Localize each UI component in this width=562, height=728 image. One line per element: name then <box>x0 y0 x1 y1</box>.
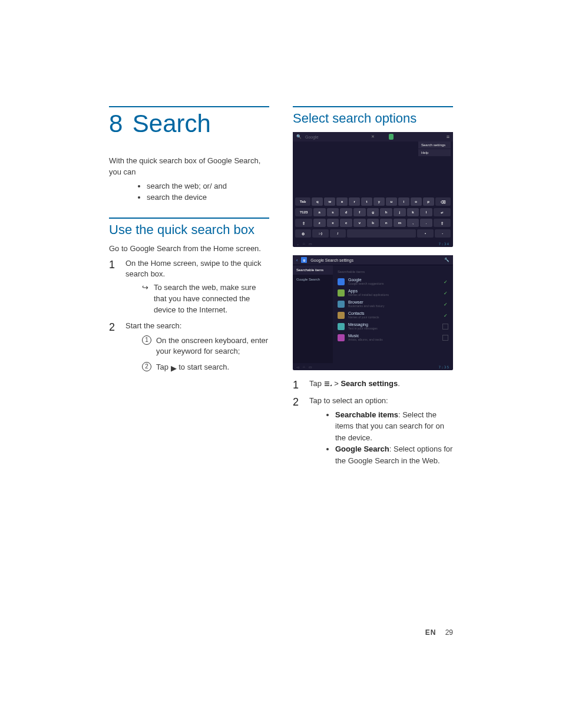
section1-lead: Go to Google Search from the Home screen… <box>109 243 269 255</box>
key-a: a <box>313 208 326 216</box>
key-w: w <box>324 197 335 206</box>
key-v: v <box>353 219 366 227</box>
nav-home-icon: ⌂ <box>303 242 305 245</box>
settings-title: Google Search settings <box>310 258 353 262</box>
checkbox-icon <box>442 324 448 330</box>
app-icon <box>338 301 345 308</box>
key-k: k <box>407 208 419 216</box>
key-⌫: ⌫ <box>435 197 451 206</box>
page-footer: EN 29 <box>425 628 453 637</box>
checkbox-icon <box>444 313 448 318</box>
key-Tab: Tab <box>295 197 310 206</box>
checkbox-icon <box>444 291 448 295</box>
key-.: . <box>420 219 432 227</box>
item-desc: Text in your messages <box>348 327 439 330</box>
search-placeholder: Google <box>305 135 319 139</box>
item-name: Apps <box>348 289 440 293</box>
checkbox-icon <box>442 335 448 341</box>
list-item: BrowserBookmarks and web history <box>333 298 453 309</box>
item-desc: Artists, albums, and tracks <box>348 338 439 341</box>
menu-item-search-settings: Search settings <box>418 141 451 149</box>
key-q: q <box>312 197 323 206</box>
list-item: AppsNames of installed applications <box>333 287 453 298</box>
screenshot-search-keyboard: 🔍 Google ✕ ≡ Search settings Help Tabqwe… <box>293 132 453 247</box>
app-icon <box>338 312 345 319</box>
key-l: l <box>420 208 432 216</box>
key-?123: ?123 <box>295 208 312 216</box>
search-icon: 🔍 <box>296 134 302 139</box>
clear-icon: ✕ <box>371 134 375 139</box>
item-name: Messaging <box>348 322 439 327</box>
substep-1: On the onscreen keyboard, enter your key… <box>125 335 269 358</box>
chapter-title-text: Search <box>133 110 211 138</box>
status-clock: 7:35 <box>439 365 449 369</box>
sidebar-google-search: Google Search <box>293 275 333 284</box>
intro-bullets: search the web; or/ and search the devic… <box>109 180 269 203</box>
intro-lead: With the quick search box of Google Sear… <box>109 156 269 178</box>
list-item: MusicArtists, albums, and tracks <box>333 332 453 343</box>
svg-marker-3 <box>330 384 332 386</box>
key-dot: • <box>417 229 433 238</box>
key-g: g <box>367 208 379 216</box>
list-item: ContactsNames of your contacts <box>333 309 453 321</box>
nav-back-icon: ⌄ <box>296 242 299 246</box>
section-heading-quick-search: Use the quick search box <box>109 218 269 238</box>
key-emoji: :-) <box>312 229 328 238</box>
menu-item-help: Help <box>418 149 451 157</box>
key-space <box>347 229 416 238</box>
step-2-text: Start the search: <box>125 321 181 330</box>
item-desc: Bookmarks and web history <box>348 304 440 308</box>
list-item: MessagingText in your messages <box>333 321 453 332</box>
key-⇧: ⇧ <box>434 219 451 227</box>
sidebar-searchable-items: Searchable items <box>293 265 333 275</box>
chapter-heading: 8 Search <box>109 106 269 138</box>
key-y: y <box>373 197 385 206</box>
option-google-search: Google Search: Select options for the Go… <box>335 443 453 466</box>
mic-icon <box>389 134 394 140</box>
step-1-text: On the Home screen, swipe to the quick s… <box>125 259 262 279</box>
key-e: e <box>336 197 348 206</box>
key-j: j <box>394 208 406 216</box>
step-2-substeps: On the onscreen keyboard, enter your key… <box>125 335 269 375</box>
key-x: x <box>327 219 339 227</box>
menu-icon <box>324 380 332 391</box>
key-s: s <box>327 208 339 216</box>
search-menu-dropdown: Search settings Help <box>418 141 451 157</box>
app-icon <box>338 289 345 297</box>
intro-bullet: search the device <box>147 192 269 203</box>
nav-recent-icon: ▭ <box>309 365 312 369</box>
checkbox-icon <box>444 302 448 307</box>
onscreen-keyboard: Tabqwertyuiop⌫ ?123asdfghjkl↵ ⇧zxcvbnm,.… <box>293 196 453 239</box>
key-⇧: ⇧ <box>295 219 312 227</box>
step-2: Start the search: On the onscreen keyboa… <box>109 321 269 374</box>
key-t: t <box>361 197 372 206</box>
footer-page-number: 29 <box>445 628 453 637</box>
app-icon <box>338 278 345 285</box>
key-b: b <box>367 219 379 227</box>
list-header: Searchable items <box>333 268 453 276</box>
key-u: u <box>386 197 397 206</box>
search-settings-label: Search settings <box>340 379 398 388</box>
step-1-note: To search the web, make sure that you ha… <box>125 282 269 316</box>
checkbox-icon <box>444 279 448 284</box>
settings-sidebar: Searchable items Google Search <box>293 265 333 363</box>
key-m: m <box>394 219 406 227</box>
key-z: z <box>313 219 326 227</box>
item-name: Contacts <box>348 311 440 315</box>
app-icon <box>338 334 345 341</box>
chapter-number: 8 <box>109 110 123 138</box>
nav-home-icon: ⌂ <box>303 365 305 368</box>
item-desc: Names of your contacts <box>348 315 440 319</box>
screenshot-search-settings: ‹ g Google Search settings 🔧 Searchable … <box>293 255 453 370</box>
key-n: n <box>380 219 392 227</box>
key-↵: ↵ <box>434 208 451 216</box>
intro-bullet: search the web; or/ and <box>147 180 269 192</box>
step-1: On the Home screen, swipe to the quick s… <box>109 258 269 316</box>
key-f: f <box>353 208 366 216</box>
footer-lang: EN <box>425 628 437 637</box>
section1-steps: On the Home screen, swipe to the quick s… <box>109 258 269 375</box>
item-desc: Names of installed applications <box>348 293 440 297</box>
step-2-select-option: Tap to select an option: Searchable item… <box>293 396 453 466</box>
google-icon: g <box>301 257 307 263</box>
searchable-items-list: Searchable items GoogleGoogle search sug… <box>333 265 453 363</box>
